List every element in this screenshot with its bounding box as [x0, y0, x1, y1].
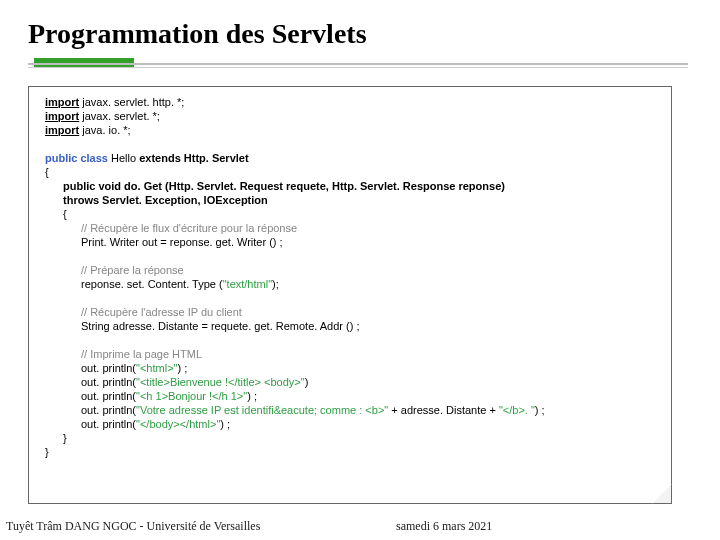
- code-method-sig-2: throws Servlet. Exception, IOException: [45, 193, 661, 207]
- code-class-decl: public class Hello extends Http. Servlet: [45, 151, 661, 165]
- slide-container: Programmation des Servlets import javax.…: [0, 0, 720, 540]
- code-import-1: import javax. servlet. http. *;: [45, 95, 661, 109]
- title-divider: [28, 58, 696, 72]
- code-println-5: out. println("</body></html>") ;: [45, 417, 661, 431]
- code-brace-open: {: [45, 165, 661, 179]
- code-comment-2: // Prépare la réponse: [45, 263, 661, 277]
- code-line-contenttype: reponse. set. Content. Type ("text/html"…: [45, 277, 661, 291]
- code-line-writer: Print. Writer out = reponse. get. Writer…: [45, 235, 661, 249]
- code-brace-open-2: {: [45, 207, 661, 221]
- slide-title: Programmation des Servlets: [28, 18, 696, 50]
- code-brace-close: }: [45, 445, 661, 459]
- code-comment-1: // Récupère le flux d'écriture pour la r…: [45, 221, 661, 235]
- code-method-sig-1: public void do. Get (Http. Servlet. Requ…: [45, 179, 661, 193]
- code-blank: [45, 333, 661, 347]
- code-panel: import javax. servlet. http. *; import j…: [28, 86, 672, 504]
- code-blank: [45, 249, 661, 263]
- footer-date: samedi 6 mars 2021: [396, 519, 492, 534]
- code-comment-3: // Récupère l'adresse IP du client: [45, 305, 661, 319]
- code-line-remoteaddr: String adresse. Distante = requete. get.…: [45, 319, 661, 333]
- code-blank: [45, 137, 661, 151]
- code-println-1: out. println("<html>") ;: [45, 361, 661, 375]
- divider-line-thin: [28, 67, 688, 68]
- footer: Tuyêt Trâm DANG NGOC - Université de Ver…: [6, 519, 714, 534]
- code-println-3: out. println("<h 1>Bonjour !</h 1>") ;: [45, 389, 661, 403]
- code-import-3: import java. io. *;: [45, 123, 661, 137]
- code-comment-4: // Imprime la page HTML: [45, 347, 661, 361]
- code-blank: [45, 291, 661, 305]
- code-println-4: out. println("Votre adresse IP est ident…: [45, 403, 661, 417]
- footer-author: Tuyêt Trâm DANG NGOC - Université de Ver…: [6, 519, 260, 533]
- page-fold-icon: [652, 484, 672, 504]
- code-brace-close-2: }: [45, 431, 661, 445]
- divider-line: [28, 63, 688, 65]
- code-import-2: import javax. servlet. *;: [45, 109, 661, 123]
- code-println-2: out. println("<title>Bienvenue !</title>…: [45, 375, 661, 389]
